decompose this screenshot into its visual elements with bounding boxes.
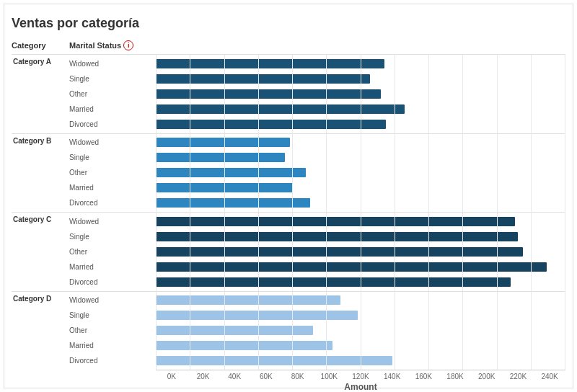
bar-row bbox=[156, 324, 565, 338]
marital-label: Other bbox=[69, 244, 149, 259]
bar-row bbox=[156, 102, 565, 116]
x-tick: 200K bbox=[471, 373, 503, 380]
column-headers: Category Marital Status i bbox=[12, 38, 156, 54]
marital-label: Other bbox=[69, 324, 149, 338]
x-tick: 140K bbox=[376, 373, 408, 380]
marital-label: Widowed bbox=[69, 293, 149, 308]
bar-row bbox=[156, 354, 565, 368]
marital-status-header: Marital Status i bbox=[69, 40, 156, 50]
category-label-0: Category A bbox=[12, 55, 69, 133]
category-label-3: Category D bbox=[12, 292, 69, 370]
marital-label: Married bbox=[69, 339, 149, 353]
bar bbox=[156, 138, 290, 147]
bars-group-2 bbox=[156, 212, 565, 291]
x-tick: 60K bbox=[250, 373, 282, 380]
marital-label: Married bbox=[69, 259, 149, 274]
marital-label: Divorced bbox=[69, 117, 149, 131]
x-tick: 0K bbox=[156, 373, 188, 380]
x-tick: 100K bbox=[313, 373, 345, 380]
bars-group-0 bbox=[156, 54, 565, 133]
category-label-1: Category B bbox=[12, 134, 69, 213]
bar bbox=[156, 217, 515, 226]
bar bbox=[156, 326, 313, 335]
marital-label: Other bbox=[69, 166, 149, 180]
label-group-0: Category AWidowedSingleOtherMarriedDivor… bbox=[12, 54, 156, 133]
bar bbox=[156, 120, 386, 129]
x-tick: 160K bbox=[408, 373, 440, 380]
bar-row bbox=[156, 275, 565, 289]
category-header: Category bbox=[12, 41, 69, 50]
marital-label: Single bbox=[69, 71, 149, 86]
bar bbox=[156, 104, 405, 114]
x-tick: 80K bbox=[282, 373, 314, 380]
marital-label: Married bbox=[69, 181, 149, 195]
bar bbox=[156, 183, 293, 192]
bar bbox=[156, 232, 518, 241]
bar-row bbox=[156, 244, 565, 259]
marital-label: Divorced bbox=[69, 196, 149, 210]
x-tick: 240K bbox=[534, 373, 565, 380]
x-tick: 220K bbox=[503, 373, 534, 380]
marital-label: Single bbox=[69, 308, 149, 323]
info-icon[interactable]: i bbox=[123, 40, 133, 50]
bar-row bbox=[156, 86, 565, 101]
bar bbox=[156, 247, 523, 257]
x-tick: 40K bbox=[219, 373, 250, 380]
chart-container: Ventas por categoría Category Marital St… bbox=[4, 4, 573, 388]
bar-row bbox=[156, 56, 565, 71]
bar-row bbox=[156, 259, 565, 274]
bar bbox=[156, 295, 340, 305]
category-label-2: Category C bbox=[12, 213, 69, 291]
marital-label: Divorced bbox=[69, 354, 149, 368]
x-axis: 0K20K40K60K80K100K120K140K160K180K200K22… bbox=[12, 370, 565, 392]
x-axis-ticks: 0K20K40K60K80K100K120K140K160K180K200K22… bbox=[156, 370, 565, 380]
x-tick: 120K bbox=[345, 373, 376, 380]
bar bbox=[156, 168, 306, 177]
bars-group-3 bbox=[156, 291, 565, 370]
bar-row bbox=[156, 293, 565, 308]
marital-label: Single bbox=[69, 229, 149, 244]
bar bbox=[156, 341, 332, 350]
bar-row bbox=[156, 135, 565, 150]
bar bbox=[156, 89, 381, 99]
marital-label: Divorced bbox=[69, 275, 149, 289]
marital-label: Other bbox=[69, 86, 149, 101]
bar bbox=[156, 356, 392, 365]
x-tick: 180K bbox=[439, 373, 471, 380]
bar-row bbox=[156, 117, 565, 131]
bar bbox=[156, 59, 384, 68]
marital-label: Widowed bbox=[69, 135, 149, 150]
marital-label: Single bbox=[69, 151, 149, 165]
bar bbox=[156, 153, 285, 162]
bar-row bbox=[156, 214, 565, 228]
chart-title: Ventas por categoría bbox=[12, 16, 565, 31]
bars-group-1 bbox=[156, 133, 565, 213]
bar-row bbox=[156, 339, 565, 353]
marital-label: Married bbox=[69, 102, 149, 116]
bar-row bbox=[156, 181, 565, 195]
bar bbox=[156, 277, 511, 287]
bar-row bbox=[156, 151, 565, 165]
label-group-3: Category DWidowedSingleOtherMarriedDivor… bbox=[12, 291, 156, 370]
label-group-2: Category CWidowedSingleOtherMarriedDivor… bbox=[12, 212, 156, 291]
bar-row bbox=[156, 166, 565, 180]
bar-row bbox=[156, 308, 565, 323]
x-tick: 20K bbox=[188, 373, 219, 380]
bar-row bbox=[156, 196, 565, 210]
bar bbox=[156, 74, 370, 84]
bar-row bbox=[156, 229, 565, 244]
label-group-1: Category BWidowedSingleOtherMarriedDivor… bbox=[12, 133, 156, 213]
marital-label: Widowed bbox=[69, 214, 149, 228]
marital-label: Widowed bbox=[69, 56, 149, 71]
bar bbox=[156, 198, 310, 208]
bar bbox=[156, 311, 358, 320]
bar bbox=[156, 262, 547, 272]
x-axis-label: Amount bbox=[156, 382, 565, 392]
bar-row bbox=[156, 71, 565, 86]
